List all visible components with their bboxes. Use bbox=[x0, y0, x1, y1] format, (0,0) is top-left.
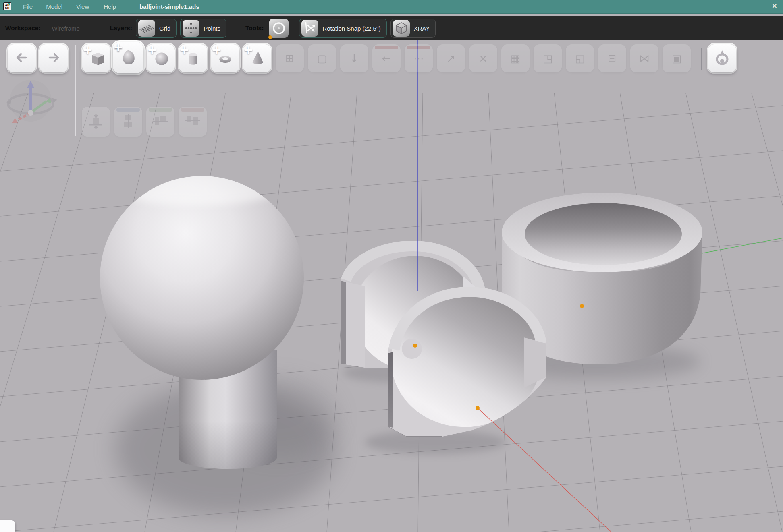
cube-shape-icon bbox=[87, 48, 106, 68]
add-torus-button[interactable]: + bbox=[211, 44, 239, 72]
delete-icon: × bbox=[479, 52, 488, 64]
workspace-value[interactable]: Wireframe bbox=[52, 25, 80, 32]
import-button: ↓ bbox=[340, 44, 368, 72]
accent-bar bbox=[149, 108, 172, 112]
group-icon: ⊟ bbox=[608, 52, 617, 64]
y-axis-line bbox=[702, 238, 783, 253]
cone-shape-icon bbox=[248, 48, 266, 68]
remove-points-button: ⋯ bbox=[405, 44, 433, 72]
menu-file[interactable]: File bbox=[23, 3, 33, 10]
orbit-camera-button[interactable] bbox=[708, 44, 736, 72]
app-icon[interactable]: AD SH bbox=[3, 2, 11, 10]
menu-help[interactable]: Help bbox=[104, 3, 116, 10]
points-layer-icon bbox=[183, 20, 199, 37]
subtract-icon: ◳ bbox=[543, 52, 553, 64]
xray-cube-icon bbox=[393, 20, 410, 37]
handle-marker[interactable] bbox=[476, 406, 480, 410]
add-cone-button[interactable]: + bbox=[243, 44, 271, 72]
accent-bar bbox=[181, 108, 204, 112]
app-window: AD SH File Model View Help balljoint-sim… bbox=[0, 0, 783, 532]
accent-bar bbox=[375, 46, 398, 49]
add-square-button: ⊞ bbox=[276, 44, 304, 72]
forward-button[interactable] bbox=[39, 44, 68, 72]
layers-label: Layers: bbox=[110, 25, 132, 32]
rotation-snap-icon bbox=[301, 20, 318, 37]
forward-arrow-icon bbox=[46, 50, 62, 67]
add-sphere-button[interactable]: + bbox=[147, 44, 175, 72]
cut-button: ⋈ bbox=[630, 44, 658, 72]
drop-to-floor-icon bbox=[87, 112, 105, 132]
xray-button[interactable]: XRAY bbox=[390, 19, 436, 38]
export-button: ↗ bbox=[437, 44, 465, 72]
remove-points-icon: ⋯ bbox=[413, 52, 424, 64]
close-icon[interactable]: ✕ bbox=[772, 2, 777, 10]
rotation-snap-button[interactable]: Rotation Snap (22.5°) bbox=[299, 19, 386, 38]
clone-button: ▢ bbox=[308, 44, 336, 72]
add-square-icon: ⊞ bbox=[285, 52, 294, 64]
import-icon: ↓ bbox=[350, 52, 359, 64]
toolbar-separator bbox=[75, 45, 76, 136]
title-bar: AD SH File Model View Help balljoint-sim… bbox=[0, 0, 783, 14]
cylinder-shape-icon bbox=[184, 48, 202, 68]
align-depth-button bbox=[179, 107, 207, 137]
menu-view[interactable]: View bbox=[76, 3, 89, 10]
layer-grid-button[interactable]: Grid bbox=[136, 19, 177, 38]
workspace-label: Workspace: bbox=[5, 25, 41, 32]
orange-badge bbox=[268, 35, 272, 39]
layer-points-label: Points bbox=[204, 25, 220, 32]
remove-left-button: ← bbox=[372, 44, 401, 72]
app-icon-text: SH bbox=[5, 6, 10, 10]
toolbar-separator bbox=[701, 48, 702, 70]
clone-icon: ▢ bbox=[317, 52, 327, 64]
union-icon: ▦ bbox=[511, 52, 521, 64]
align-horizontal-icon bbox=[152, 112, 169, 132]
orientation-gizmo bbox=[5, 77, 59, 128]
back-arrow-icon bbox=[14, 50, 30, 67]
torus-shape-icon bbox=[216, 48, 235, 68]
workspace-toolbar: Workspace: Wireframe · Layers: Grid bbox=[0, 16, 783, 40]
sphere-shape-icon bbox=[152, 48, 170, 68]
delete-button: × bbox=[469, 44, 497, 72]
cut-icon: ⋈ bbox=[639, 52, 650, 64]
intersect-button: ◱ bbox=[566, 44, 594, 72]
center-vertical-button bbox=[114, 107, 142, 137]
circle-select-icon[interactable] bbox=[269, 19, 289, 38]
viewport-3d[interactable] bbox=[0, 0, 783, 532]
tools-label: Tools: bbox=[245, 25, 264, 32]
add-cube-button[interactable]: + bbox=[82, 44, 110, 72]
drop-to-floor-button bbox=[82, 107, 110, 137]
align-depth-icon bbox=[184, 112, 201, 132]
xray-label: XRAY bbox=[414, 25, 430, 32]
add-capsule-button[interactable]: + bbox=[113, 42, 143, 73]
capsule-shape-icon bbox=[119, 48, 137, 68]
back-button[interactable] bbox=[8, 44, 36, 72]
document-title: balljoint-simple1.ads bbox=[139, 3, 199, 10]
ungroup-icon: ▣ bbox=[672, 52, 682, 64]
menu-model[interactable]: Model bbox=[46, 3, 62, 10]
separator-dot: · bbox=[235, 25, 237, 32]
add-cylinder-button[interactable]: + bbox=[179, 44, 207, 72]
accent-bar bbox=[407, 46, 430, 49]
separator-dot: · bbox=[96, 25, 98, 32]
rotation-snap-label: Rotation Snap (22.5°) bbox=[322, 25, 380, 32]
handle-marker[interactable] bbox=[580, 304, 584, 308]
layer-points-button[interactable]: Points bbox=[180, 19, 226, 38]
ungroup-button: ▣ bbox=[663, 44, 691, 72]
group-button: ⊟ bbox=[598, 44, 626, 72]
layer-grid-label: Grid bbox=[159, 25, 170, 32]
union-button: ▦ bbox=[501, 44, 530, 72]
intersect-icon: ◱ bbox=[575, 52, 585, 64]
export-icon: ↗ bbox=[447, 52, 455, 64]
remove-left-icon: ← bbox=[382, 52, 391, 64]
grid-layer-icon bbox=[138, 20, 155, 37]
subtract-button: ◳ bbox=[534, 44, 562, 72]
x-axis-line bbox=[478, 408, 611, 532]
orbit-camera-icon bbox=[713, 49, 731, 68]
corner-widget[interactable] bbox=[0, 520, 15, 532]
center-vertical-icon bbox=[119, 112, 137, 132]
accent-bar bbox=[116, 108, 140, 112]
handle-marker[interactable] bbox=[413, 344, 417, 348]
align-horizontal-button bbox=[146, 107, 174, 137]
